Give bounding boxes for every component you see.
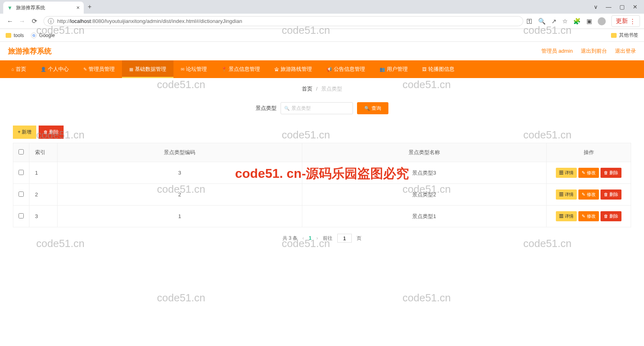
window-close-button[interactable]: ✕ — [633, 4, 638, 10]
url-port: :8080 — [91, 18, 104, 24]
side-panel-icon[interactable]: ▣ — [586, 18, 592, 25]
search-icon[interactable]: 🔍 — [538, 18, 546, 25]
window-maximize-button[interactable]: ▢ — [619, 4, 625, 10]
other-bookmarks[interactable]: 其他书签 — [619, 32, 638, 39]
window-minimize-icon[interactable]: ∨ — [594, 4, 598, 10]
cell-name: 景点类型2 — [302, 184, 547, 206]
select-all-checkbox[interactable] — [19, 149, 24, 154]
app-title: 旅游推荐系统 — [8, 46, 52, 56]
breadcrumb-root[interactable]: 首页 — [302, 86, 312, 92]
data-table: 索引 景点类型编码 景点类型名称 操作 13景点类型3☰ 详情✎ 修改🗑 删除2… — [13, 143, 631, 227]
nav-spot-info[interactable]: 📍景点信息管理 — [214, 60, 267, 78]
pagination-total: 共 3 条 — [283, 235, 297, 242]
database-icon: ▦ — [129, 67, 133, 72]
window-minimize-button[interactable]: — — [606, 4, 611, 10]
th-code: 景点类型编码 — [58, 143, 302, 162]
nav-user[interactable]: 👥用户管理 — [372, 60, 415, 78]
route-icon: 🛣 — [275, 67, 279, 72]
table-row: 22景点类型2☰ 详情✎ 修改🗑 删除 — [13, 184, 631, 206]
pagination-goto-input[interactable] — [337, 234, 352, 243]
image-icon: 🖼 — [422, 67, 427, 72]
breadcrumb: 首页 / 景点类型 — [0, 78, 644, 98]
cell-name: 景点类型3 — [302, 162, 547, 184]
url-path: /lvyoutuijianxitong/admin/dist/index.htm… — [104, 18, 242, 24]
pagination-goto-post: 页 — [357, 235, 361, 242]
new-tab-button[interactable]: + — [88, 3, 91, 10]
url-input[interactable]: i http:// localhost :8080 /lvyoutuijianx… — [43, 16, 523, 26]
nav-notice[interactable]: 📢公告信息管理 — [319, 60, 372, 78]
browser-tab-bar: ▼ 旅游推荐系统 × + ∨ — ▢ ✕ — [0, 0, 644, 14]
app-header: 旅游推荐系统 管理员 admin 退出到前台 退出登录 — [0, 42, 644, 60]
tab-title: 旅游推荐系统 — [16, 4, 76, 11]
row-edit-button[interactable]: ✎ 修改 — [578, 211, 599, 221]
nav-forward-icon[interactable]: → — [18, 18, 27, 25]
row-delete-button[interactable]: 🗑 删除 — [601, 168, 621, 178]
share-icon[interactable]: ↗ — [551, 18, 557, 25]
cell-index: 2 — [29, 184, 58, 206]
pagination-page[interactable]: 1 — [309, 235, 312, 241]
nav-home[interactable]: ⌂首页 — [4, 60, 33, 78]
cell-code: 2 — [58, 184, 302, 206]
favicon-vue-icon: ▼ — [7, 5, 13, 10]
shield-icon: ✎ — [83, 67, 87, 72]
header-user-label[interactable]: 管理员 admin — [541, 47, 573, 55]
row-edit-button[interactable]: ✎ 修改 — [578, 168, 599, 178]
breadcrumb-sep: / — [316, 86, 318, 92]
nav-route[interactable]: 🛣旅游路线管理 — [267, 60, 319, 78]
key-icon[interactable]: ⚿ — [526, 18, 533, 25]
bookmark-folder-tools[interactable]: tools — [6, 33, 24, 38]
row-detail-button[interactable]: ☰ 详情 — [556, 211, 577, 221]
address-bar: ← → ⟳ i http:// localhost :8080 /lvyoutu… — [0, 14, 644, 29]
search-input[interactable]: 景点类型 — [281, 102, 353, 114]
row-detail-button[interactable]: ☰ 详情 — [556, 168, 577, 178]
profile-avatar-icon[interactable] — [598, 17, 606, 25]
nav-base-data[interactable]: ▦基础数据管理 — [122, 60, 173, 78]
site-info-icon[interactable]: i — [48, 18, 54, 24]
header-logout-link[interactable]: 退出登录 — [615, 47, 636, 55]
query-button[interactable]: 查询 — [357, 102, 388, 114]
home-icon: ⌂ — [11, 67, 14, 72]
table-row: 13景点类型3☰ 详情✎ 修改🗑 删除 — [13, 162, 631, 184]
url-host: localhost — [70, 18, 91, 24]
row-checkbox[interactable] — [19, 213, 24, 218]
cell-code: 1 — [58, 206, 302, 227]
breadcrumb-current: 景点类型 — [321, 86, 342, 92]
bell-icon: 📢 — [326, 67, 332, 72]
tab-close-icon[interactable]: × — [76, 4, 80, 11]
nav-profile[interactable]: 👤个人中心 — [33, 60, 76, 78]
nav-carousel[interactable]: 🖼轮播图信息 — [415, 60, 462, 78]
extensions-icon[interactable]: 🧩 — [573, 18, 581, 25]
pagination-goto-pre: 前往 — [323, 235, 332, 242]
row-edit-button[interactable]: ✎ 修改 — [578, 189, 599, 200]
row-delete-button[interactable]: 🗑 删除 — [601, 189, 621, 200]
browser-update-button[interactable]: 更新⋮ — [611, 15, 640, 27]
header-to-front-link[interactable]: 退出到前台 — [581, 47, 607, 55]
users-icon: 👥 — [380, 67, 385, 72]
th-name: 景点类型名称 — [302, 143, 547, 162]
bookmarks-bar: tools G Google 其他书签 — [0, 29, 644, 42]
pagination-prev-icon[interactable]: ‹ — [302, 235, 304, 241]
th-index: 索引 — [29, 143, 58, 162]
row-detail-button[interactable]: ☰ 详情 — [556, 189, 577, 200]
nav-reload-icon[interactable]: ⟳ — [30, 17, 39, 25]
star-icon[interactable]: ☆ — [562, 18, 568, 25]
th-ops: 操作 — [547, 143, 631, 162]
row-checkbox[interactable] — [19, 170, 24, 175]
bookmark-google[interactable]: G Google — [31, 33, 55, 38]
nav-back-icon[interactable]: ← — [6, 18, 14, 25]
pagination-next-icon[interactable]: › — [316, 235, 318, 241]
map-pin-icon: 📍 — [221, 67, 227, 72]
nav-admin-manage[interactable]: ✎管理员管理 — [76, 60, 122, 78]
google-icon: G — [31, 33, 37, 38]
nav-forum[interactable]: ✉论坛管理 — [173, 60, 214, 78]
add-button[interactable]: 新增 — [13, 126, 36, 139]
bulk-delete-button[interactable]: 删除 — [39, 126, 64, 139]
table-row: 31景点类型1☰ 详情✎ 修改🗑 删除 — [13, 206, 631, 227]
browser-tab[interactable]: ▼ 旅游推荐系统 × — [3, 2, 84, 14]
table-header-row: 索引 景点类型编码 景点类型名称 操作 — [13, 143, 631, 162]
folder-icon — [6, 33, 11, 38]
user-icon: 👤 — [41, 67, 46, 72]
row-checkbox[interactable] — [19, 192, 24, 197]
search-row: 景点类型 景点类型 查询 — [0, 98, 644, 126]
row-delete-button[interactable]: 🗑 删除 — [601, 211, 621, 221]
